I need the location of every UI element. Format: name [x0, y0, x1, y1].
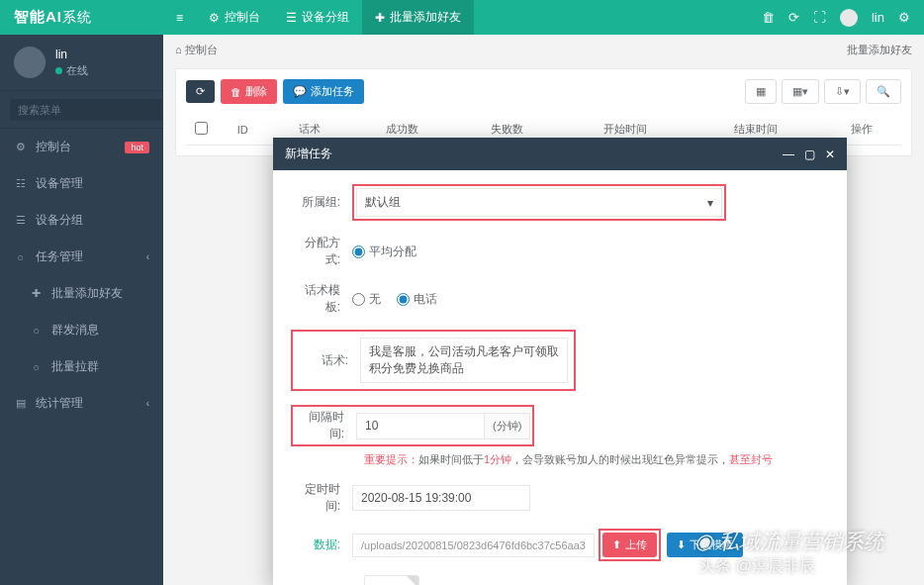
user-avatar — [14, 47, 46, 78]
chart-icon: ▤ — [14, 397, 27, 410]
avatar[interactable] — [840, 9, 858, 27]
settings-icon[interactable]: ⚙ — [898, 10, 910, 25]
fullscreen-icon[interactable]: ⛶ — [813, 10, 826, 25]
nav-batch-group[interactable]: ○ 批量拉群 — [0, 348, 163, 385]
interval-unit: (分钟) — [485, 413, 530, 439]
watermark: ◉ 私域流量营销系统 — [694, 528, 884, 555]
add-friend-icon: ✚ — [30, 287, 43, 300]
schedule-row: 定时时间: — [291, 481, 829, 515]
assign-avg-radio[interactable]: 平均分配 — [352, 244, 416, 260]
assign-row: 分配方式: 平均分配 — [291, 235, 829, 268]
warning-text: 重要提示：如果时间低于1分钟，会导致账号加人的时候出现红色异常提示，甚至封号 — [364, 452, 829, 467]
chat-icon: 💬 — [293, 85, 307, 98]
download-icon: ⬇ — [677, 538, 686, 551]
template-row: 话术模板: 无 电话 — [291, 282, 829, 316]
nav-device-group[interactable]: ☰ 设备分组 — [0, 202, 163, 239]
username[interactable]: lin — [872, 10, 884, 25]
add-task-modal: 新增任务 — ▢ ✕ 所属组: 默认组 ▾ 分配方式: 平均分配 话术模板: — [273, 138, 847, 585]
template-none-radio[interactable]: 无 — [352, 291, 381, 308]
hot-badge: hot — [125, 142, 149, 153]
search-button[interactable]: 🔍 — [866, 79, 901, 104]
watermark-author: 头条 @溟晨非辰 — [699, 556, 815, 577]
interval-row: 间隔时间: (分钟) — [291, 405, 829, 446]
topbar: 智能AI系统 ≡ ⚙控制台 ☰设备分组 ✚批量添加好友 🗑 ⟳ ⛶ lin ⚙ — [0, 0, 924, 35]
upload-icon: ⬆ — [612, 538, 621, 551]
view-list-button[interactable]: ▦ — [745, 79, 777, 104]
chevron-down-icon: ‹ — [146, 251, 149, 262]
breadcrumb: ⌂ 控制台 批量添加好友 — [163, 35, 924, 64]
interval-input[interactable] — [356, 413, 485, 439]
view-grid-button[interactable]: ▦▾ — [782, 79, 819, 104]
export-button[interactable]: ⇩▾ — [824, 79, 861, 104]
brand: 智能AI系统 — [0, 8, 163, 27]
template-phone-radio[interactable]: 电话 — [397, 291, 437, 308]
nav-mass-message[interactable]: ○ 群发消息 — [0, 312, 163, 348]
group-icon: ○ — [30, 361, 43, 373]
schedule-input[interactable] — [352, 485, 530, 511]
user-panel: lin 在线 — [0, 35, 163, 91]
close-icon[interactable]: ✕ — [825, 147, 835, 161]
file-preview[interactable]: XLSX — [364, 575, 419, 585]
modal-body: 所属组: 默认组 ▾ 分配方式: 平均分配 话术模板: 无 电话 话术: 我是 — [273, 170, 847, 585]
modal-title: 新增任务 — [285, 146, 332, 162]
delete-button[interactable]: 🗑删除 — [221, 79, 277, 104]
message-icon: ○ — [30, 325, 43, 337]
top-tab-batch-add[interactable]: ✚批量添加好友 — [362, 0, 474, 35]
top-tab-device-group[interactable]: ☰设备分组 — [273, 0, 362, 35]
script-row: 话术: 我是客服，公司活动凡老客户可领取积分免费兑换商品 — [291, 330, 576, 391]
dashboard-icon: ⚙ — [209, 11, 220, 25]
sidebar: lin 在线 🔍 ⚙ 控制台 hot ☷ 设备管理 ☰ 设备分组 ○ 任务管理 … — [0, 35, 163, 585]
sidebar-search: 🔍 — [0, 91, 163, 129]
user-name: lin — [55, 48, 88, 61]
minimize-icon[interactable]: — — [783, 147, 794, 161]
add-friend-icon: ✚ — [375, 11, 385, 25]
group-row: 所属组: 默认组 ▾ — [291, 184, 829, 221]
list-icon: ☰ — [14, 214, 27, 227]
refresh-button[interactable]: ⟳ — [186, 80, 215, 103]
data-path-input[interactable] — [352, 534, 595, 557]
nav-batch-add-friend[interactable]: ✚ 批量添加好友 — [0, 275, 163, 312]
dashboard-icon: ⚙ — [14, 141, 27, 153]
menu-toggle[interactable]: ≡ — [163, 0, 196, 35]
chevron-icon: ‹ — [146, 398, 149, 409]
top-tab-dashboard[interactable]: ⚙控制台 — [196, 0, 273, 35]
nav-task-manage[interactable]: ○ 任务管理 ‹ — [0, 239, 163, 275]
refresh-icon[interactable]: ⟳ — [788, 10, 799, 25]
circle-icon: ○ — [14, 251, 27, 263]
upload-button[interactable]: ⬆上传 — [602, 533, 657, 557]
grid-icon: ☷ — [14, 177, 27, 190]
group-select[interactable]: 默认组 ▾ — [356, 188, 722, 217]
nav-stats[interactable]: ▤ 统计管理 ‹ — [0, 385, 163, 422]
search-input[interactable] — [10, 99, 162, 121]
trash-icon[interactable]: 🗑 — [762, 10, 775, 25]
toolbar: ⟳ 🗑删除 💬添加任务 ▦ ▦▾ ⇩▾ 🔍 — [186, 79, 901, 104]
chevron-down-icon: ▾ — [707, 196, 713, 210]
trash-icon: 🗑 — [231, 86, 241, 98]
home-icon: ⌂ — [175, 44, 182, 55]
maximize-icon[interactable]: ▢ — [804, 147, 815, 161]
user-status: 在线 — [55, 63, 88, 78]
list-icon: ☰ — [286, 11, 297, 25]
script-textarea[interactable]: 我是客服，公司活动凡老客户可领取积分免费兑换商品 — [360, 338, 568, 383]
modal-header[interactable]: 新增任务 — ▢ ✕ — [273, 138, 847, 170]
select-all-checkbox[interactable] — [195, 122, 208, 135]
add-task-button[interactable]: 💬添加任务 — [283, 79, 364, 104]
nav-device-manage[interactable]: ☷ 设备管理 — [0, 165, 163, 202]
nav-dashboard[interactable]: ⚙ 控制台 hot — [0, 129, 163, 165]
wechat-icon: ◉ — [694, 530, 712, 553]
